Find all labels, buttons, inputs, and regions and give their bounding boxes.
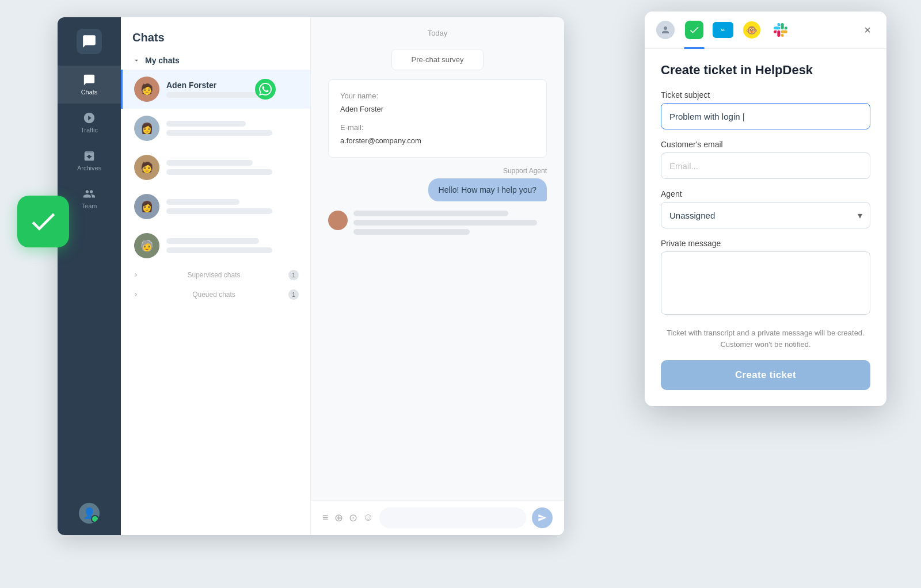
- chevron-right-icon: [132, 272, 139, 278]
- chat-info-4: [166, 199, 299, 214]
- svg-text:SF: SF: [721, 28, 725, 32]
- supervised-chats-section[interactable]: Supervised chats 1: [121, 265, 310, 285]
- slack-tab-icon: [772, 21, 789, 39]
- email-label: E-mail:: [340, 123, 363, 132]
- helpdesk-modal: SF 🐵 × Cre: [645, 12, 886, 406]
- modal-tab-helpdesk[interactable]: [684, 20, 705, 40]
- chat-avatar-aden: 🧑: [134, 77, 159, 102]
- chat-item-5[interactable]: 🧓: [121, 226, 310, 265]
- chevron-down-icon: [132, 56, 140, 64]
- email-value: a.forster@company.com: [340, 134, 535, 147]
- queued-chats-section[interactable]: Queued chats 1: [121, 285, 310, 304]
- chat-input-field[interactable]: [379, 507, 526, 528]
- your-name-value: Aden Forster: [340, 102, 535, 116]
- sidebar-item-chats[interactable]: Chats: [58, 66, 121, 104]
- supervised-label: Supervised chats: [187, 271, 240, 279]
- create-ticket-button[interactable]: Create ticket: [661, 360, 870, 390]
- chat-avatar-5: 🧓: [134, 233, 159, 258]
- queued-label: Queued chats: [192, 291, 235, 299]
- modal-title: Create ticket in HelpDesk: [661, 63, 870, 78]
- whatsapp-badge: [255, 79, 276, 100]
- sidebar-item-archives[interactable]: Archives: [58, 142, 121, 180]
- helpdesk-tab-icon: [685, 21, 703, 39]
- chat-item-4[interactable]: 👩: [121, 187, 310, 226]
- chat-preview-5: [166, 247, 272, 253]
- smiley-icon[interactable]: ☺: [363, 511, 374, 524]
- ticket-subject-input[interactable]: [661, 103, 870, 129]
- modal-tabs: SF 🐵 ×: [645, 12, 886, 49]
- sidebar-traffic-label: Traffic: [81, 127, 98, 133]
- modal-tab-mailchimp[interactable]: 🐵: [741, 20, 762, 40]
- chevron-right-icon-2: [132, 291, 139, 298]
- send-icon: [538, 513, 547, 522]
- queued-count: 1: [288, 289, 299, 300]
- chat-avatar-4: 👩: [134, 194, 159, 219]
- sidebar: Chats Traffic Archives Team 👤: [58, 17, 121, 535]
- chat-date: Today: [311, 17, 564, 49]
- person-icon: [656, 21, 675, 39]
- msg-line-2: [353, 220, 537, 226]
- chat-preview-4: [166, 208, 272, 214]
- supervised-count: 1: [288, 270, 299, 280]
- chat-survey-info: Your name: Aden Forster E-mail: a.forste…: [328, 79, 547, 158]
- private-message-label: Private message: [661, 239, 870, 248]
- chat-item-aden[interactable]: 🧑 Aden Forster: [121, 70, 310, 109]
- mailchimp-tab-icon: 🐵: [743, 21, 760, 39]
- chat-main: Today Pre-chat survey Your name: Aden Fo…: [311, 17, 564, 535]
- customer-email-group: Customer's email: [661, 140, 870, 179]
- modal-tab-salesforce[interactable]: SF: [713, 20, 733, 40]
- send-button[interactable]: [532, 507, 553, 528]
- helpdesk-check-svg: [688, 24, 700, 36]
- chat-list: 🧑 Aden Forster 👩: [121, 70, 310, 535]
- chat-info-3: [166, 160, 299, 175]
- chat-name-placeholder-2: [166, 121, 246, 127]
- emoji-icon[interactable]: ⊕: [334, 511, 343, 524]
- msg-line-1: [353, 211, 508, 216]
- app-logo: [77, 29, 102, 54]
- my-chats-label: My chats: [145, 56, 180, 65]
- agent-select[interactable]: Unassigned: [661, 202, 870, 228]
- modal-body: Create ticket in HelpDesk Ticket subject…: [645, 49, 886, 406]
- person-svg: [660, 25, 671, 35]
- sidebar-bottom: 👤: [79, 503, 100, 535]
- chat-input-area: ≡ ⊕ ⊙ ☺: [311, 500, 564, 535]
- chat-tools: ≡ ⊕ ⊙ ☺: [322, 511, 374, 524]
- chat-preview-2: [166, 130, 272, 136]
- agent-select-wrapper: Unassigned ▾: [661, 202, 870, 228]
- msg-line-3: [353, 229, 470, 235]
- user-message-lines: [353, 211, 547, 235]
- user-avatar[interactable]: 👤: [79, 503, 100, 524]
- chat-name-placeholder-3: [166, 160, 253, 166]
- helpdesk-checkmark-icon: [28, 206, 59, 237]
- chat-info-2: [166, 121, 299, 136]
- chat-avatar-3: 🧑: [134, 155, 159, 180]
- sidebar-team-label: Team: [82, 203, 97, 209]
- chat-list-header: Chats: [121, 17, 310, 51]
- chat-item-3[interactable]: 🧑: [121, 148, 310, 187]
- sidebar-chats-label: Chats: [81, 89, 98, 96]
- salesforce-svg: SF: [714, 24, 732, 36]
- modal-tab-person[interactable]: [655, 20, 676, 40]
- agent-bubble: Hello! How may I help you?: [428, 178, 547, 201]
- format-icon[interactable]: ≡: [322, 511, 329, 524]
- user-avatar-sm: [328, 211, 348, 230]
- modal-close-button[interactable]: ×: [859, 21, 876, 39]
- chat-item-2[interactable]: 👩: [121, 109, 310, 148]
- chat-list-panel: Chats My chats 🧑 Aden Forster: [121, 17, 311, 535]
- customer-email-input[interactable]: [661, 152, 870, 179]
- whatsapp-icon: [259, 83, 272, 96]
- attach-icon[interactable]: ⊙: [349, 511, 357, 524]
- private-message-textarea[interactable]: [661, 251, 870, 315]
- user-message: [311, 211, 564, 244]
- form-note: Ticket with transcript and a private mes…: [661, 327, 870, 350]
- your-name-label: Your name:: [340, 91, 378, 100]
- my-chats-section[interactable]: My chats: [121, 51, 310, 70]
- helpdesk-float-icon[interactable]: [17, 196, 69, 247]
- sidebar-archives-label: Archives: [77, 165, 101, 171]
- chat-preview-3: [166, 169, 272, 175]
- agent-label-field: Agent: [661, 189, 870, 198]
- pre-chat-survey: Pre-chat survey: [391, 49, 484, 70]
- salesforce-tab-icon: SF: [713, 22, 733, 38]
- sidebar-item-traffic[interactable]: Traffic: [58, 104, 121, 142]
- modal-tab-slack[interactable]: [770, 20, 791, 40]
